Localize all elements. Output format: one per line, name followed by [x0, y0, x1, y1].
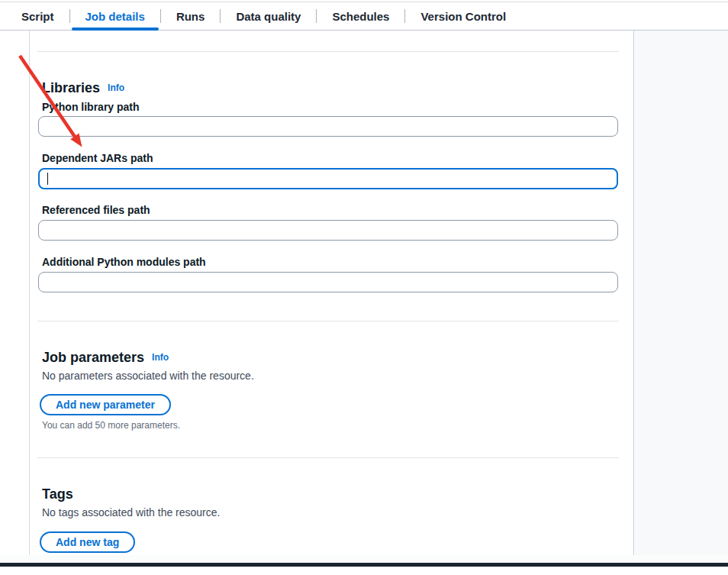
tab-label: Version Control [420, 10, 506, 23]
tab-script[interactable]: Script [6, 2, 69, 30]
additional-python-modules-path-input[interactable] [38, 272, 618, 292]
python-library-path-label: Python library path [42, 99, 140, 115]
libraries-heading: LibrariesInfo [42, 79, 124, 99]
job-parameters-hint-text: You can add 50 more parameters. [42, 419, 180, 431]
tab-schedules[interactable]: Schedules [317, 2, 404, 30]
tab-label: Job details [85, 10, 145, 23]
job-parameters-info-link[interactable]: Info [152, 352, 169, 363]
tab-runs[interactable]: Runs [161, 2, 221, 30]
tab-label: Data quality [236, 10, 301, 23]
dependent-jars-path-label: Dependent JARs path [42, 150, 153, 166]
add-new-tag-button[interactable]: Add new tag [40, 531, 135, 553]
job-parameters-empty-text: No parameters associated with the resour… [42, 368, 254, 383]
section-divider [37, 51, 619, 52]
referenced-files-path-input-wrap [38, 220, 618, 241]
referenced-files-path-label: Referenced files path [42, 202, 150, 218]
window-bottom-band [0, 555, 728, 563]
tab-bar: Script Job details Runs Data quality Sch… [0, 2, 728, 31]
referenced-files-path-input[interactable] [38, 220, 618, 241]
tags-title: Tags [42, 486, 73, 502]
tab-data-quality[interactable]: Data quality [221, 2, 316, 30]
libraries-info-link[interactable]: Info [108, 82, 124, 93]
additional-python-modules-path-label: Additional Python modules path [42, 254, 206, 270]
job-parameters-title: Job parameters [42, 350, 144, 365]
tab-job-details[interactable]: Job details [70, 2, 160, 30]
page-background [635, 31, 728, 555]
text-cursor [47, 173, 48, 185]
tab-label: Script [21, 10, 54, 23]
dependent-jars-path-input-wrap [38, 168, 618, 189]
additional-python-modules-path-input-wrap [38, 272, 618, 292]
tags-heading: Tags [42, 485, 73, 503]
tags-empty-text: No tags associated with the resource. [42, 505, 220, 520]
section-divider [37, 457, 619, 458]
dependent-jars-path-input[interactable] [38, 168, 618, 189]
python-library-path-input-wrap [38, 116, 618, 137]
python-library-path-input[interactable] [38, 116, 618, 137]
section-divider [37, 321, 619, 321]
glue-job-details-page: Script Job details Runs Data quality Sch… [0, 0, 728, 575]
job-details-panel: LibrariesInfo Python library path Depend… [29, 31, 634, 555]
job-parameters-heading: Job parametersInfo [42, 348, 169, 368]
add-new-parameter-button[interactable]: Add new parameter [40, 394, 171, 415]
libraries-title: Libraries [42, 80, 100, 95]
tab-version-control[interactable]: Version Control [405, 2, 521, 30]
window-bottom-bar [0, 563, 728, 567]
tab-label: Schedules [332, 10, 389, 23]
tab-label: Runs [176, 10, 205, 23]
